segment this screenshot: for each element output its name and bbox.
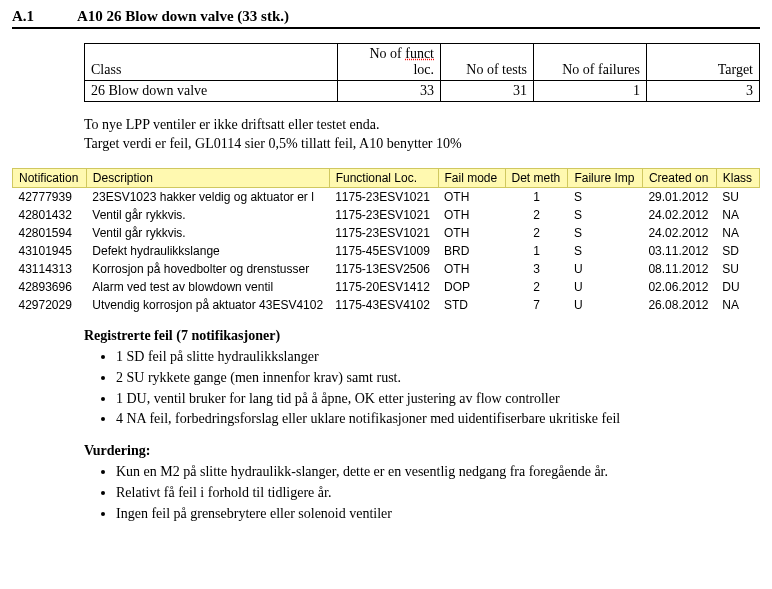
cell-funcloc: 1175-20ESV1412 [329, 278, 438, 296]
cell-klass: NA [716, 296, 759, 314]
cell-description: Utvendig korrosjon på aktuator 43ESV4102 [86, 296, 329, 314]
cell-klass: SU [716, 260, 759, 278]
table-row: 43101945Defekt hydraulikkslange1175-45ES… [13, 242, 760, 260]
summary-table: Class No of funct loc. No of tests No of… [84, 43, 760, 102]
list-item: 1 DU, ventil bruker for lang tid på å åp… [116, 390, 760, 409]
cell-detmeth: 3 [505, 260, 568, 278]
cell-target: 3 [647, 81, 760, 102]
note-paragraph: To nye LPP ventiler er ikke driftsatt el… [84, 116, 760, 154]
cell-klass: SU [716, 187, 759, 206]
dth-created: Created on [642, 168, 716, 187]
dth-funcloc: Functional Loc. [329, 168, 438, 187]
cell-failmode: DOP [438, 278, 505, 296]
cell-description: 23ESV1023 hakker veldig og aktuator er l [86, 187, 329, 206]
dth-failmode: Fail mode [438, 168, 505, 187]
dth-notification: Notification [13, 168, 87, 187]
table-row: 43114313Korrosjon på hovedbolter og dren… [13, 260, 760, 278]
cell-created: 08.11.2012 [642, 260, 716, 278]
reg-heading: Registrerte feil (7 notifikasjoner) [84, 328, 760, 344]
cell-created: 24.02.2012 [642, 224, 716, 242]
table-row: 42801594Ventil går rykkvis.1175-23ESV102… [13, 224, 760, 242]
table-row: 4277793923ESV1023 hakker veldig og aktua… [13, 187, 760, 206]
reg-list: 1 SD feil på slitte hydraulikkslanger2 S… [84, 348, 760, 430]
section-title: A10 26 Blow down valve (33 stk.) [77, 8, 289, 24]
data-table: Notification Description Functional Loc.… [12, 168, 760, 314]
cell-failmode: OTH [438, 187, 505, 206]
cell-failmode: OTH [438, 224, 505, 242]
dth-klass: Klass [716, 168, 759, 187]
cell-failureimp: S [568, 242, 642, 260]
cell-created: 02.06.2012 [642, 278, 716, 296]
cell-klass: DU [716, 278, 759, 296]
cell-failureimp: U [568, 260, 642, 278]
list-item: Relativt få feil i forhold til tidligere… [116, 484, 760, 503]
cell-failmode: STD [438, 296, 505, 314]
cell-funcloc: 1175-23ESV1021 [329, 206, 438, 224]
th-class: Class [85, 44, 338, 81]
cell-failureimp: S [568, 206, 642, 224]
cell-funcloc: 1175-43ESV4102 [329, 296, 438, 314]
dth-detmeth: Det meth [505, 168, 568, 187]
cell-klass: SD [716, 242, 759, 260]
cell-detmeth: 1 [505, 187, 568, 206]
list-item: Kun en M2 på slitte hydraulikk-slanger, … [116, 463, 760, 482]
cell-created: 03.11.2012 [642, 242, 716, 260]
cell-notification: 43114313 [13, 260, 87, 278]
cell-created: 26.08.2012 [642, 296, 716, 314]
cell-funcloc: 1175-13ESV2506 [329, 260, 438, 278]
vurd-heading: Vurdering: [84, 443, 760, 459]
list-item: Ingen feil på grensebrytere eller soleno… [116, 505, 760, 524]
vurd-list: Kun en M2 på slitte hydraulikk-slanger, … [84, 463, 760, 524]
cell-description: Ventil går rykkvis. [86, 206, 329, 224]
th-tests: No of tests [441, 44, 534, 81]
summary-row: 26 Blow down valve 33 31 1 3 [85, 81, 760, 102]
cell-failureimp: S [568, 224, 642, 242]
cell-notification: 42972029 [13, 296, 87, 314]
cell-created: 24.02.2012 [642, 206, 716, 224]
list-item: 4 NA feil, forbedringsforslag eller ukla… [116, 410, 760, 429]
cell-description: Defekt hydraulikkslange [86, 242, 329, 260]
th-failures: No of failures [534, 44, 647, 81]
cell-detmeth: 7 [505, 296, 568, 314]
cell-notification: 42777939 [13, 187, 87, 206]
cell-description: Alarm ved test av blowdown ventil [86, 278, 329, 296]
cell-failureimp: U [568, 278, 642, 296]
note-line-1: To nye LPP ventiler er ikke driftsatt el… [84, 117, 380, 132]
cell-failmode: OTH [438, 260, 505, 278]
cell-detmeth: 1 [505, 242, 568, 260]
cell-description: Korrosjon på hovedbolter og drenstusser [86, 260, 329, 278]
cell-failureimp: U [568, 296, 642, 314]
cell-failureimp: S [568, 187, 642, 206]
cell-funcloc: 1175-23ESV1021 [329, 224, 438, 242]
cell-klass: NA [716, 224, 759, 242]
dth-failureimp: Failure Imp [568, 168, 642, 187]
section-number: A.1 [12, 8, 74, 25]
cell-failures: 1 [534, 81, 647, 102]
cell-notification: 43101945 [13, 242, 87, 260]
table-row: 42893696Alarm ved test av blowdown venti… [13, 278, 760, 296]
th-funct-loc: No of funct loc. [338, 44, 441, 81]
cell-class: 26 Blow down valve [85, 81, 338, 102]
table-row: 42972029Utvendig korrosjon på aktuator 4… [13, 296, 760, 314]
cell-failmode: OTH [438, 206, 505, 224]
cell-created: 29.01.2012 [642, 187, 716, 206]
section-heading: A.1 A10 26 Blow down valve (33 stk.) [12, 8, 760, 29]
dth-description: Description [86, 168, 329, 187]
cell-funcloc: 1175-23ESV1021 [329, 187, 438, 206]
cell-notification: 42801594 [13, 224, 87, 242]
cell-notification: 42893696 [13, 278, 87, 296]
cell-tests: 31 [441, 81, 534, 102]
cell-klass: NA [716, 206, 759, 224]
cell-funct-loc: 33 [338, 81, 441, 102]
cell-failmode: BRD [438, 242, 505, 260]
cell-detmeth: 2 [505, 224, 568, 242]
th-target: Target [647, 44, 760, 81]
cell-detmeth: 2 [505, 278, 568, 296]
cell-notification: 42801432 [13, 206, 87, 224]
list-item: 2 SU rykkete gange (men innenfor krav) s… [116, 369, 760, 388]
list-item: 1 SD feil på slitte hydraulikkslanger [116, 348, 760, 367]
table-row: 42801432Ventil går rykkvis.1175-23ESV102… [13, 206, 760, 224]
note-line-2: Target verdi er feil, GL0114 sier 0,5% t… [84, 136, 462, 151]
cell-funcloc: 1175-45ESV1009 [329, 242, 438, 260]
cell-detmeth: 2 [505, 206, 568, 224]
